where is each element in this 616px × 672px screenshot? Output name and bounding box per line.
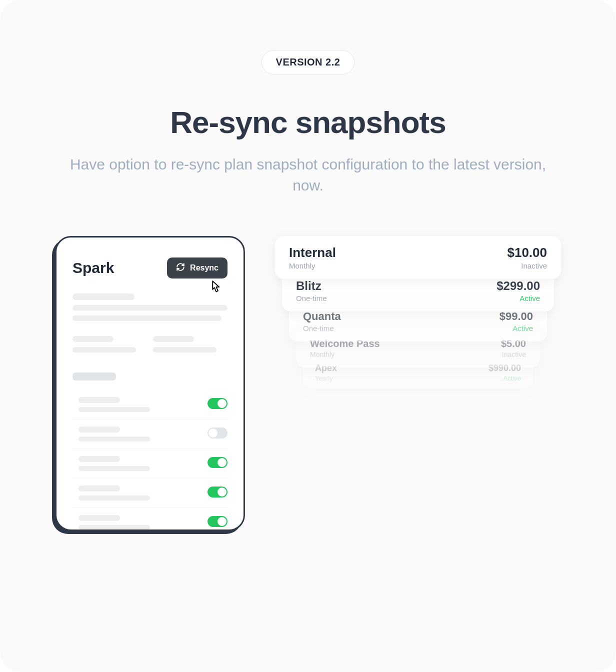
plan-status: Active <box>488 374 521 382</box>
plan-name: Blitz <box>296 279 327 293</box>
plan-status: Active <box>500 324 533 332</box>
feature-toggle[interactable] <box>208 398 228 409</box>
feature-row <box>72 508 228 531</box>
device-title: Spark <box>72 260 114 276</box>
resync-button[interactable]: Resync <box>167 258 228 278</box>
plan-period: Yearly <box>315 374 337 382</box>
device-card: Spark Resync <box>55 236 245 531</box>
skeleton-block <box>72 294 228 321</box>
skeleton-text <box>78 456 208 471</box>
page-subtitle: Have option to re-sync plan snapshot con… <box>0 154 616 196</box>
plan-status: Inactive <box>501 350 526 358</box>
plan-period: Monthly <box>289 262 336 270</box>
feature-row <box>72 420 228 449</box>
plan-status: Inactive <box>507 262 547 270</box>
skeleton-block <box>72 336 228 358</box>
feature-toggle[interactable] <box>208 428 228 438</box>
plan-status: Active <box>496 294 540 302</box>
skeleton-text <box>78 426 208 442</box>
plan-price: $99.00 <box>500 310 533 323</box>
plan-period: Monthly <box>310 350 380 358</box>
feature-toggle[interactable] <box>208 457 228 468</box>
skeleton-text <box>78 397 208 412</box>
plan-period: One-time <box>296 294 327 302</box>
plan-card[interactable]: InternalMonthly$10.00Inactive <box>275 236 561 279</box>
feature-row <box>72 478 228 508</box>
skeleton-text <box>78 486 208 500</box>
feature-row <box>72 390 228 420</box>
plan-name: Internal <box>289 245 336 260</box>
feature-toggle[interactable] <box>208 516 228 527</box>
resync-button-label: Resync <box>190 264 218 272</box>
plan-name: Quanta <box>303 310 341 323</box>
plan-period: One-time <box>303 324 341 332</box>
plan-price: $10.00 <box>507 245 547 260</box>
skeleton-block <box>72 372 228 380</box>
skeleton-text <box>78 515 208 530</box>
pointer-cursor-icon <box>206 278 224 296</box>
feature-toggle[interactable] <box>208 486 228 498</box>
page-title: Re-sync snapshots <box>0 104 616 140</box>
version-badge: VERSION 2.2 <box>262 50 355 74</box>
refresh-icon <box>176 262 185 274</box>
plan-price: $299.00 <box>496 279 540 293</box>
feature-row <box>72 449 228 478</box>
